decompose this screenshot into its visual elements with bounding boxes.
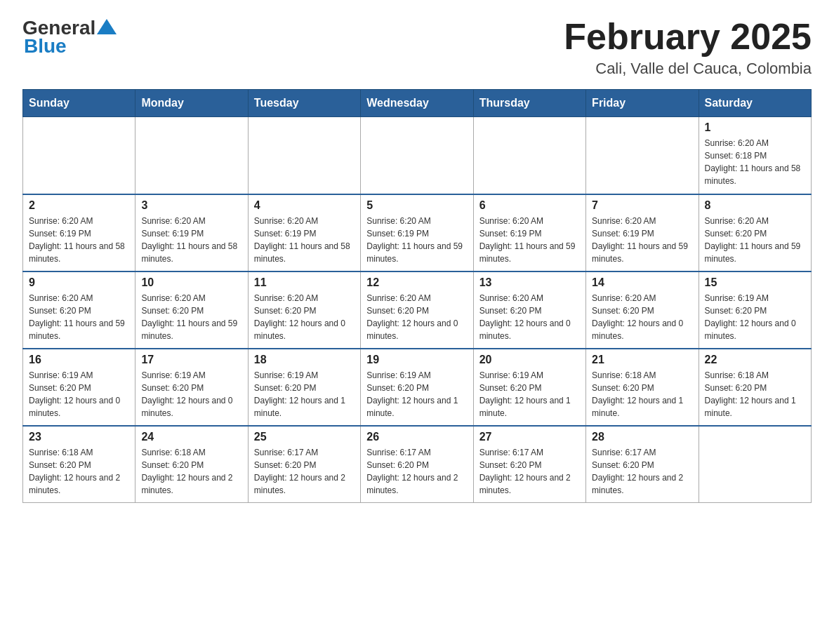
day-number: 12 [366,276,467,289]
day-info: Sunrise: 6:20 AMSunset: 6:20 PMDaylight:… [705,215,805,265]
day-number: 8 [705,199,805,212]
day-number: 17 [141,354,241,366]
day-number: 27 [479,431,580,443]
day-info: Sunrise: 6:20 AMSunset: 6:20 PMDaylight:… [479,292,580,342]
calendar-cell: 23Sunrise: 6:18 AMSunset: 6:20 PMDayligh… [23,426,135,503]
calendar-cell: 22Sunrise: 6:18 AMSunset: 6:20 PMDayligh… [699,349,811,426]
calendar-cell: 7Sunrise: 6:20 AMSunset: 6:19 PMDaylight… [586,194,699,271]
day-info: Sunrise: 6:19 AMSunset: 6:20 PMDaylight:… [366,369,467,420]
day-number: 22 [705,354,805,366]
logo-flag-icon [97,17,117,39]
calendar-cell: 17Sunrise: 6:19 AMSunset: 6:20 PMDayligh… [135,349,248,426]
day-info: Sunrise: 6:20 AMSunset: 6:19 PMDaylight:… [29,215,129,265]
logo: General Blue [22,17,118,58]
calendar-cell: 25Sunrise: 6:17 AMSunset: 6:20 PMDayligh… [248,426,360,503]
day-number: 26 [366,431,467,443]
calendar-cell: 24Sunrise: 6:18 AMSunset: 6:20 PMDayligh… [135,426,248,503]
day-number: 10 [141,276,241,289]
calendar-cell: 2Sunrise: 6:20 AMSunset: 6:19 PMDaylight… [23,194,135,271]
calendar-cell [699,426,811,503]
logo-blue-text: Blue [24,35,67,58]
calendar-cell: 26Sunrise: 6:17 AMSunset: 6:20 PMDayligh… [361,426,473,503]
header-tuesday: Tuesday [248,90,360,117]
month-title: February 2025 [564,17,812,57]
day-number: 18 [254,354,355,366]
calendar-cell: 14Sunrise: 6:20 AMSunset: 6:20 PMDayligh… [586,271,699,349]
header-thursday: Thursday [473,90,585,117]
day-info: Sunrise: 6:19 AMSunset: 6:20 PMDaylight:… [29,369,129,420]
calendar-cell: 5Sunrise: 6:20 AMSunset: 6:19 PMDaylight… [361,194,473,271]
day-number: 3 [141,199,241,212]
calendar-cell: 11Sunrise: 6:20 AMSunset: 6:20 PMDayligh… [248,271,360,349]
calendar-cell: 8Sunrise: 6:20 AMSunset: 6:20 PMDaylight… [699,194,811,271]
day-number: 4 [254,199,355,212]
day-info: Sunrise: 6:20 AMSunset: 6:20 PMDaylight:… [141,292,241,342]
calendar-cell: 28Sunrise: 6:17 AMSunset: 6:20 PMDayligh… [586,426,699,503]
calendar-cell: 4Sunrise: 6:20 AMSunset: 6:19 PMDaylight… [248,194,360,271]
day-number: 11 [254,276,355,289]
header-saturday: Saturday [699,90,811,117]
day-info: Sunrise: 6:20 AMSunset: 6:19 PMDaylight:… [254,215,355,265]
day-info: Sunrise: 6:20 AMSunset: 6:19 PMDaylight:… [479,215,580,265]
calendar-cell: 18Sunrise: 6:19 AMSunset: 6:20 PMDayligh… [248,349,360,426]
day-number: 9 [29,276,129,289]
calendar-cell: 20Sunrise: 6:19 AMSunset: 6:20 PMDayligh… [473,349,585,426]
weekday-header-row: Sunday Monday Tuesday Wednesday Thursday… [23,90,812,117]
header-monday: Monday [135,90,248,117]
title-block: February 2025 Cali, Valle del Cauca, Col… [564,17,812,78]
day-info: Sunrise: 6:20 AMSunset: 6:19 PMDaylight:… [592,215,692,265]
day-number: 19 [366,354,467,366]
calendar-cell: 21Sunrise: 6:18 AMSunset: 6:20 PMDayligh… [586,349,699,426]
day-info: Sunrise: 6:17 AMSunset: 6:20 PMDaylight:… [479,446,580,497]
day-info: Sunrise: 6:18 AMSunset: 6:20 PMDaylight:… [29,446,129,497]
week-row-4: 16Sunrise: 6:19 AMSunset: 6:20 PMDayligh… [23,349,812,426]
calendar-cell: 12Sunrise: 6:20 AMSunset: 6:20 PMDayligh… [361,271,473,349]
day-info: Sunrise: 6:20 AMSunset: 6:20 PMDaylight:… [254,292,355,342]
day-info: Sunrise: 6:20 AMSunset: 6:18 PMDaylight:… [705,137,805,187]
week-row-2: 2Sunrise: 6:20 AMSunset: 6:19 PMDaylight… [23,194,812,271]
day-number: 24 [141,431,241,443]
page-header: General Blue February 2025 Cali, Valle d… [22,17,812,78]
calendar-cell: 15Sunrise: 6:19 AMSunset: 6:20 PMDayligh… [699,271,811,349]
day-number: 2 [29,199,129,212]
day-info: Sunrise: 6:20 AMSunset: 6:19 PMDaylight:… [366,215,467,265]
calendar-cell [23,117,135,194]
calendar-cell [361,117,473,194]
header-friday: Friday [586,90,699,117]
day-info: Sunrise: 6:17 AMSunset: 6:20 PMDaylight:… [366,446,467,497]
header-wednesday: Wednesday [361,90,473,117]
calendar-cell [473,117,585,194]
day-number: 21 [592,354,692,366]
day-number: 13 [479,276,580,289]
calendar-cell: 10Sunrise: 6:20 AMSunset: 6:20 PMDayligh… [135,271,248,349]
day-info: Sunrise: 6:19 AMSunset: 6:20 PMDaylight:… [705,292,805,342]
week-row-1: 1Sunrise: 6:20 AMSunset: 6:18 PMDaylight… [23,117,812,194]
calendar-cell [248,117,360,194]
day-info: Sunrise: 6:20 AMSunset: 6:20 PMDaylight:… [29,292,129,342]
day-info: Sunrise: 6:19 AMSunset: 6:20 PMDaylight:… [254,369,355,420]
calendar-cell: 19Sunrise: 6:19 AMSunset: 6:20 PMDayligh… [361,349,473,426]
calendar-cell [586,117,699,194]
day-info: Sunrise: 6:20 AMSunset: 6:19 PMDaylight:… [141,215,241,265]
calendar-cell: 1Sunrise: 6:20 AMSunset: 6:18 PMDaylight… [699,117,811,194]
day-number: 6 [479,199,580,212]
day-number: 28 [592,431,692,443]
header-sunday: Sunday [23,90,135,117]
calendar-cell [135,117,248,194]
week-row-5: 23Sunrise: 6:18 AMSunset: 6:20 PMDayligh… [23,426,812,503]
day-number: 25 [254,431,355,443]
day-number: 20 [479,354,580,366]
calendar-cell: 3Sunrise: 6:20 AMSunset: 6:19 PMDaylight… [135,194,248,271]
day-number: 5 [366,199,467,212]
day-number: 14 [592,276,692,289]
day-info: Sunrise: 6:17 AMSunset: 6:20 PMDaylight:… [254,446,355,497]
day-info: Sunrise: 6:18 AMSunset: 6:20 PMDaylight:… [705,369,805,420]
day-info: Sunrise: 6:19 AMSunset: 6:20 PMDaylight:… [479,369,580,420]
day-info: Sunrise: 6:20 AMSunset: 6:20 PMDaylight:… [366,292,467,342]
day-number: 16 [29,354,129,366]
day-info: Sunrise: 6:18 AMSunset: 6:20 PMDaylight:… [592,369,692,420]
day-number: 15 [705,276,805,289]
day-info: Sunrise: 6:19 AMSunset: 6:20 PMDaylight:… [141,369,241,420]
day-info: Sunrise: 6:18 AMSunset: 6:20 PMDaylight:… [141,446,241,497]
day-number: 1 [705,121,805,134]
